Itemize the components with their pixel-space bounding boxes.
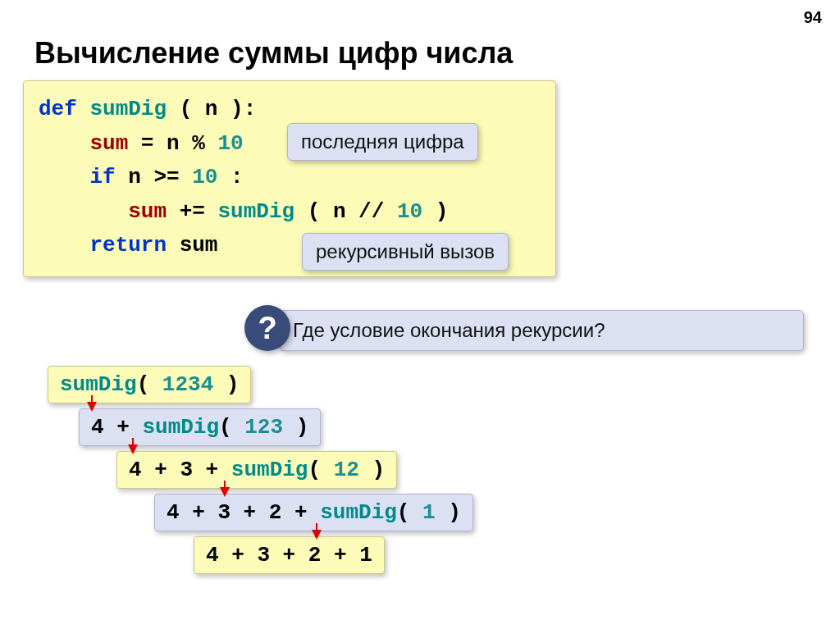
- number-literal: 123: [244, 415, 283, 440]
- paren: (: [308, 458, 333, 482]
- code-text: ( n //: [308, 199, 397, 224]
- code-text: ( n ):: [180, 97, 257, 121]
- paren: ): [283, 415, 308, 440]
- code-line-1: def sumDig ( n ):: [39, 93, 541, 127]
- step-1: 4 + sumDig( 123 ): [79, 408, 321, 446]
- fn-name: sumDig: [89, 97, 167, 121]
- code-line-4: sum += sumDig ( n // 10 ): [39, 195, 541, 230]
- question-mark: ?: [258, 311, 276, 346]
- callout-recursive-call: рекурсивный вызов: [302, 233, 509, 271]
- text: 4 +: [91, 415, 142, 440]
- number-literal: 1234: [162, 372, 213, 397]
- keyword-return: return: [89, 233, 167, 258]
- code-text: :: [231, 165, 244, 189]
- var-sum: sum: [128, 199, 167, 224]
- keyword-if: if: [89, 165, 115, 189]
- fn-name: sumDig: [217, 199, 294, 224]
- paren: (: [219, 415, 244, 440]
- paren: (: [137, 372, 162, 397]
- number-literal: 10: [397, 199, 422, 224]
- text: 4 + 3 + 2 +: [167, 500, 320, 525]
- question-text: Где условие окончания рекурсии?: [279, 310, 804, 351]
- fn-name: sumDig: [231, 458, 308, 482]
- fn-name: sumDig: [142, 415, 219, 440]
- number-literal: 1: [422, 500, 436, 525]
- step-3: 4 + 3 + 2 + sumDig( 1 ): [154, 494, 473, 531]
- code-text: sum: [180, 233, 218, 258]
- step-0: sumDig( 1234 ): [48, 366, 251, 403]
- var-sum: sum: [89, 131, 128, 156]
- paren: (: [397, 500, 422, 525]
- page-number: 94: [804, 8, 822, 27]
- code-text: n >=: [128, 165, 192, 189]
- keyword-def: def: [39, 97, 77, 121]
- text: 4 + 3 +: [129, 458, 231, 482]
- code-text: n %: [167, 131, 217, 156]
- question-icon: ?: [244, 305, 290, 351]
- callout-last-digit: последняя цифра: [287, 123, 478, 161]
- paren: ): [359, 458, 385, 482]
- number-literal: 12: [334, 458, 359, 482]
- step-2: 4 + 3 + sumDig( 12 ): [116, 451, 397, 489]
- code-line-3: if n >= 10 :: [39, 161, 541, 195]
- code-text: ): [436, 199, 449, 224]
- fn-name: sumDig: [60, 372, 137, 397]
- fn-name: sumDig: [320, 500, 397, 525]
- number-literal: 10: [192, 165, 217, 189]
- code-text: +=: [180, 199, 218, 224]
- step-4: 4 + 3 + 2 + 1: [194, 536, 385, 574]
- number-literal: 10: [217, 131, 243, 156]
- slide-title: Вычисление суммы цифр числа: [34, 36, 513, 71]
- paren: ): [213, 372, 239, 397]
- code-text: =: [141, 131, 167, 156]
- paren: ): [436, 500, 461, 525]
